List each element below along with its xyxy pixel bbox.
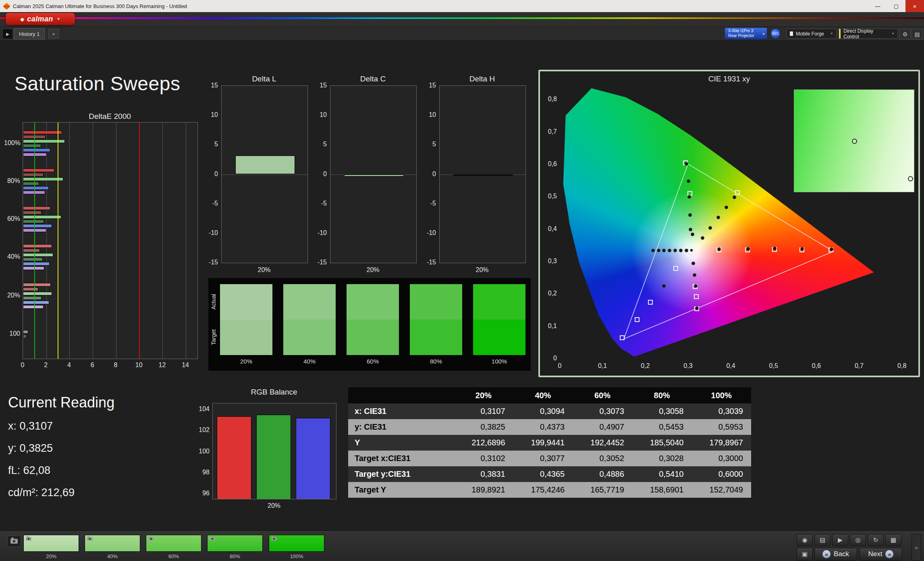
axis-tick-label: 100 [4, 330, 20, 337]
reference-line [34, 123, 35, 359]
delta-e-bar [23, 335, 27, 338]
delta-c-chart: Delta C 151050-5-10-1520% [312, 75, 429, 280]
delta-h-chart: Delta H 151050-5-10-1520% [422, 75, 538, 280]
source-icon [790, 31, 793, 36]
saturation-preset-button[interactable] [146, 535, 201, 552]
swatch-label: 100% [473, 358, 525, 365]
main-toolbar: ▶ History 1 + X-Rite i1Pro 3 Rear Projec… [0, 27, 924, 41]
rgb-bar-red [217, 416, 251, 499]
axis-tick-label: -10 [312, 229, 327, 237]
delta-e-bar [23, 215, 61, 219]
rgb-bar-blue [296, 418, 330, 499]
cie-point-target [635, 317, 640, 322]
axis-tick-label: 5 [422, 141, 436, 148]
source-select-button[interactable]: Mobile Forge ▼ [787, 29, 837, 39]
saturation-preset-button[interactable] [23, 535, 79, 552]
saturation-preset-button[interactable] [269, 535, 324, 552]
tab-history-1[interactable]: History 1 [14, 28, 45, 39]
cell-value: 212,6896 [454, 438, 513, 447]
rgb-bar-green [256, 415, 291, 499]
search-icon[interactable]: ◎ [850, 534, 866, 546]
close-button[interactable]: × [905, 0, 924, 12]
calman-app-window: Calman 2025 Calman Ultimate for Business… [0, 0, 924, 561]
back-button[interactable]: « Back [814, 548, 857, 561]
axis-tick-label: 10 [134, 362, 144, 369]
next-label: Next [868, 550, 882, 558]
axis-tick-label: 20% [439, 266, 525, 274]
settings-gear-button[interactable]: ⚙ [899, 29, 911, 39]
axis-tick-label: 10 [203, 111, 218, 118]
display-mode-button[interactable]: ▣ [797, 548, 813, 561]
history-expand-button[interactable]: ▶ [2, 29, 13, 39]
chart-title: Delta H [439, 75, 525, 83]
calman-logo-menu[interactable]: ◆ calman ▼ [6, 13, 75, 25]
meter-count-badge: 691 [771, 29, 780, 38]
expand-panel-button[interactable]: » [912, 534, 921, 561]
saturation-swatch [347, 284, 399, 355]
axis-tick-label: 0,2 [637, 362, 653, 370]
maximize-button[interactable]: ▢ [887, 0, 905, 12]
cell-value: 0,3831 [454, 470, 513, 479]
cie-point-measured [830, 247, 833, 251]
column-header: 40% [513, 391, 573, 400]
preset-label: 40% [85, 553, 140, 559]
delta-c-plot-area [330, 85, 417, 263]
axis-tick-label: -15 [312, 259, 327, 266]
cell-value: 0,6000 [691, 470, 751, 479]
axis-tick-label: 0,3 [680, 362, 696, 370]
axis-tick-label: 0,6 [541, 160, 557, 168]
camera-icon[interactable]: ◉ [797, 534, 813, 546]
window-title: Calman 2025 Calman Ultimate for Business… [13, 3, 868, 9]
cell-value: 0,4886 [573, 470, 632, 479]
refresh-icon[interactable]: ↻ [868, 534, 884, 546]
delta-e-bar [23, 220, 44, 223]
table-row: Target x:CIE310,31020,30770,30520,30280,… [348, 451, 751, 466]
rainbow-strip [0, 17, 924, 19]
cie-1931-panel: CIE 1931 xy 00,10,20,30,40,50,60,70,800,… [538, 70, 920, 377]
cell-value: 0,3102 [454, 454, 513, 463]
saturation-swatch [410, 284, 462, 355]
add-history-button[interactable]: + [48, 29, 59, 39]
cell-value: 199,9441 [513, 438, 573, 447]
measure-camera-button[interactable] [7, 536, 21, 547]
axis-tick-label: 0,1 [541, 322, 557, 330]
saturation-preset-button[interactable] [207, 535, 263, 552]
axis-tick-label: 5 [203, 141, 218, 148]
inset-point [852, 139, 857, 144]
delta-e-bar [23, 258, 43, 261]
cie-point-target [673, 266, 678, 271]
chevron-down-icon: ▼ [57, 17, 60, 21]
axis-tick-label: 8 [111, 362, 120, 369]
play-icon[interactable]: ▶ [832, 534, 848, 546]
chart-title: CIE 1931 xy [540, 75, 918, 83]
actual-target-swatch-strip: Actual Target 20%40%60%80%100% [208, 278, 531, 371]
swatch-actual [220, 284, 272, 320]
column-header: 80% [632, 391, 692, 400]
cie-point-measured [689, 228, 692, 231]
axis-tick-label: 0 [552, 362, 568, 370]
saturation-swatch [283, 284, 336, 355]
cie-point-measured [687, 179, 690, 183]
grid-icon[interactable]: ▦ [885, 534, 901, 546]
layout-button[interactable]: ▤ [912, 29, 923, 39]
saturation-preset-button[interactable] [85, 535, 140, 552]
minimize-button[interactable]: — [868, 0, 887, 12]
delta-e-bar [23, 283, 51, 287]
delta-e-bar [23, 186, 49, 190]
axis-tick-label: 102 [185, 426, 210, 434]
next-button[interactable]: Next » [860, 548, 902, 561]
axis-tick-label: 10 [312, 111, 327, 118]
reference-line [58, 123, 58, 359]
axis-tick-label: -5 [312, 200, 327, 207]
meter-select-button[interactable]: X-Rite i1Pro 3 Rear Projector ▼ [725, 28, 767, 39]
cell-value: 0,3052 [573, 454, 632, 463]
cell-value: 0,5453 [632, 422, 692, 432]
row-label: Target y:CIE31 [348, 470, 454, 479]
printer-icon[interactable]: ▤ [814, 534, 831, 546]
axis-tick-label: 0,7 [541, 128, 557, 135]
transport-tool-buttons: ◉▤▶◎↻▦ [797, 534, 914, 545]
delta-e-bar [23, 305, 44, 309]
display-control-button[interactable]: Direct Display Control ▼ [839, 29, 898, 39]
camera-icon [210, 537, 215, 541]
delta-e-bar [23, 168, 54, 172]
